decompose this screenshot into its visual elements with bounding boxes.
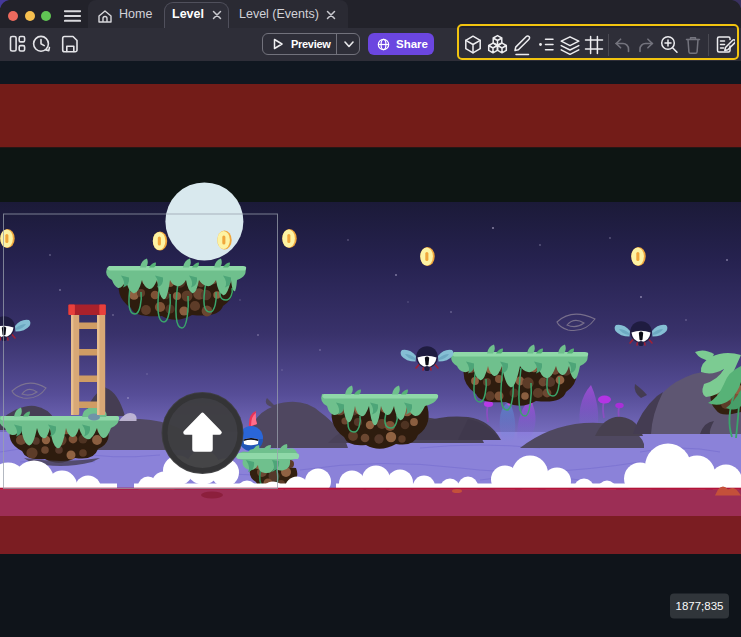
svg-text:1877;835: 1877;835 [676,600,724,612]
